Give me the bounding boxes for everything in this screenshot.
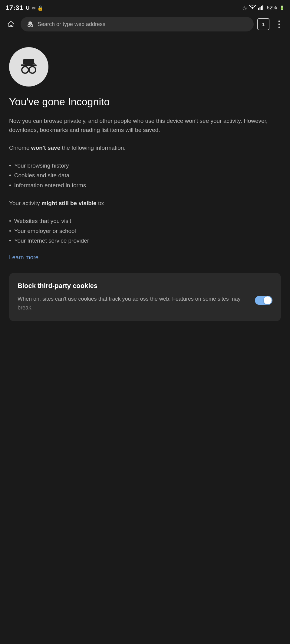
battery-percentage: 62% xyxy=(267,5,277,11)
visible-label: Your activity xyxy=(9,200,41,206)
wont-save-bold: won't save xyxy=(31,145,60,151)
list-item: Your browsing history xyxy=(9,161,281,171)
learn-more-link[interactable]: Learn more xyxy=(9,254,38,261)
u-icon: U xyxy=(26,5,30,11)
svg-point-8 xyxy=(31,25,33,27)
svg-point-7 xyxy=(28,25,30,27)
svg-rect-1 xyxy=(259,7,260,10)
wont-save-label: Chrome xyxy=(9,145,31,151)
incognito-icon-small xyxy=(26,20,35,28)
visible-bold: might still be visible xyxy=(41,200,97,206)
toggle-knob xyxy=(264,296,272,304)
list-item: Websites that you visit xyxy=(9,216,281,226)
status-left: 17:31 U ✉ 🔒 xyxy=(5,4,43,12)
address-input[interactable]: Search or type web address xyxy=(21,17,254,31)
svg-rect-0 xyxy=(258,8,259,10)
svg-point-17 xyxy=(23,68,27,72)
main-content: You've gone Incognito Now you can browse… xyxy=(0,35,290,333)
page-title: You've gone Incognito xyxy=(9,96,281,108)
incognito-avatar-svg xyxy=(17,55,41,79)
address-placeholder[interactable]: Search or type web address xyxy=(38,21,248,28)
list-item: Cookies and site data xyxy=(9,171,281,180)
mail-icon: ✉ xyxy=(31,5,35,11)
cookie-block: Block third-party cookies When on, sites… xyxy=(9,273,281,321)
svg-point-19 xyxy=(30,68,35,72)
visible-list: Websites that you visit Your employer or… xyxy=(9,216,281,246)
svg-point-10 xyxy=(278,21,280,22)
cookie-title: Block third-party cookies xyxy=(18,282,272,290)
signal-icon xyxy=(258,5,264,11)
list-item: Your Internet service provider xyxy=(9,236,281,246)
cookie-description: When on, sites can't use cookies that tr… xyxy=(18,295,249,312)
svg-point-12 xyxy=(278,27,280,28)
visible-suffix: to: xyxy=(97,200,104,206)
list-item: Your employer or school xyxy=(9,226,281,236)
cookie-row: When on, sites can't use cookies that tr… xyxy=(18,295,272,312)
home-button[interactable] xyxy=(5,18,17,30)
lock-icon: 🔒 xyxy=(37,5,43,11)
status-bar: 17:31 U ✉ 🔒 ◎ 62% 🔋 xyxy=(0,0,290,15)
cookies-toggle[interactable] xyxy=(255,296,272,305)
list-item: Information entered in forms xyxy=(9,181,281,190)
svg-rect-3 xyxy=(262,5,263,10)
svg-rect-9 xyxy=(30,25,31,26)
svg-point-11 xyxy=(278,24,280,25)
tab-count-button[interactable]: 1 xyxy=(257,18,269,30)
intro-text: Now you can browse privately, and other … xyxy=(9,116,281,135)
wont-save-list: Your browsing history Cookies and site d… xyxy=(9,161,281,190)
status-icons-left: U ✉ 🔒 xyxy=(26,5,43,11)
wont-save-text: Chrome won't save the following informat… xyxy=(9,143,281,152)
menu-button[interactable] xyxy=(273,18,285,30)
status-right: ◎ 62% 🔋 xyxy=(242,5,285,11)
status-time: 17:31 xyxy=(5,4,23,12)
wont-save-section: Chrome won't save the following informat… xyxy=(9,143,281,190)
visible-text: Your activity might still be visible to: xyxy=(9,199,281,208)
incognito-avatar xyxy=(9,47,48,87)
toggle-wrapper[interactable] xyxy=(255,296,272,305)
visible-section: Your activity might still be visible to:… xyxy=(9,199,281,246)
svg-rect-2 xyxy=(261,6,262,10)
location-icon: ◎ xyxy=(242,5,247,11)
battery-icon: 🔋 xyxy=(279,5,285,10)
svg-rect-14 xyxy=(23,59,34,64)
svg-rect-20 xyxy=(28,69,29,70)
wont-save-suffix: the following information: xyxy=(60,145,125,151)
svg-rect-4 xyxy=(264,8,264,10)
address-bar-container: Search or type web address 1 xyxy=(0,15,290,35)
wifi-icon xyxy=(249,5,256,11)
svg-rect-15 xyxy=(21,64,37,66)
